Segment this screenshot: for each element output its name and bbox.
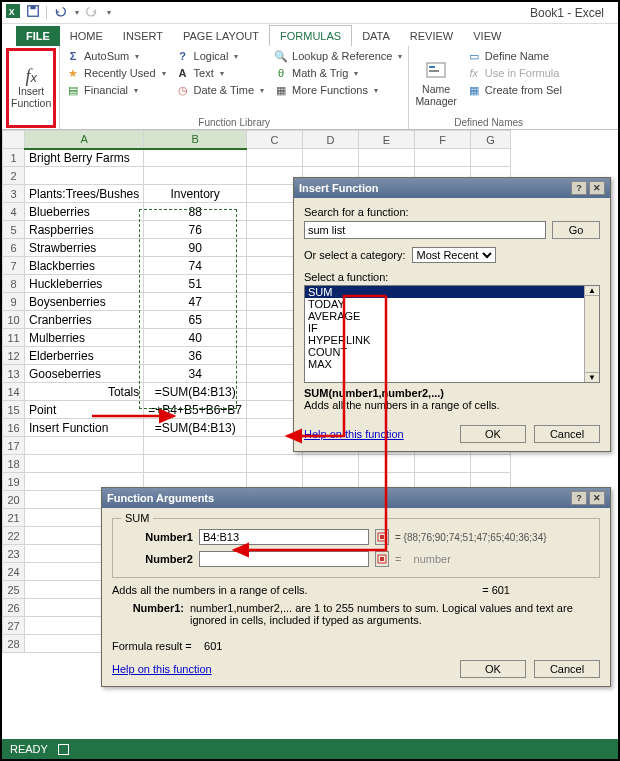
row-header-11[interactable]: 11 — [3, 329, 25, 347]
row-header-16[interactable]: 16 — [3, 419, 25, 437]
cell-A17[interactable] — [25, 437, 144, 455]
help-icon[interactable]: ? — [571, 181, 587, 195]
row-header-4[interactable]: 4 — [3, 203, 25, 221]
function-list-item[interactable]: COUNT — [305, 346, 599, 358]
help-icon[interactable]: ? — [571, 491, 587, 505]
cell-B16[interactable]: =SUM(B4:B13) — [144, 419, 247, 437]
logical-button[interactable]: ?Logical▾ — [174, 48, 267, 64]
tab-file[interactable]: FILE — [16, 26, 60, 46]
row-header-27[interactable]: 27 — [3, 617, 25, 635]
scroll-down-icon[interactable]: ▼ — [585, 372, 599, 382]
cell-A13[interactable]: Gooseberries — [25, 365, 144, 383]
function-list-item[interactable]: IF — [305, 322, 599, 334]
category-select[interactable]: Most Recently Used — [412, 247, 496, 263]
col-header-D[interactable]: D — [303, 131, 359, 149]
undo-dropdown-icon[interactable]: ▾ — [75, 8, 79, 17]
more-functions-button[interactable]: ▦More Functions▾ — [272, 82, 404, 98]
cell-B2[interactable] — [144, 167, 247, 185]
row-header-12[interactable]: 12 — [3, 347, 25, 365]
tab-formulas[interactable]: FORMULAS — [269, 25, 352, 46]
cell-B3[interactable]: Inventory — [144, 185, 247, 203]
search-input[interactable] — [304, 221, 546, 239]
row-header-25[interactable]: 25 — [3, 581, 25, 599]
undo-icon[interactable] — [53, 4, 67, 22]
recently-used-button[interactable]: ★Recently Used▾ — [64, 65, 168, 81]
close-icon[interactable]: ✕ — [589, 491, 605, 505]
col-header-G[interactable]: G — [471, 131, 511, 149]
row-header-26[interactable]: 26 — [3, 599, 25, 617]
cell-A5[interactable]: Raspberries — [25, 221, 144, 239]
help-link[interactable]: Help on this function — [304, 428, 404, 440]
cell-B15[interactable]: =+B4+B5+B6+B7 — [144, 401, 247, 419]
cell-A16[interactable]: Insert Function — [25, 419, 144, 437]
function-listbox[interactable]: SUMTODAYAVERAGEIFHYPERLINKCOUNTMAX ▲ ▼ — [304, 285, 600, 383]
tab-data[interactable]: DATA — [352, 26, 400, 46]
cell-B10[interactable]: 65 — [144, 311, 247, 329]
cell-B1[interactable] — [144, 149, 247, 167]
row-header-22[interactable]: 22 — [3, 527, 25, 545]
cell-E1[interactable] — [359, 149, 415, 167]
col-header-A[interactable]: A — [25, 131, 144, 149]
use-in-formula-button[interactable]: fxUse in Formula — [465, 65, 564, 81]
ok-button[interactable]: OK — [460, 425, 526, 443]
row-header-3[interactable]: 3 — [3, 185, 25, 203]
cell-E18[interactable] — [359, 455, 415, 473]
tab-insert[interactable]: INSERT — [113, 26, 173, 46]
cell-B18[interactable] — [144, 455, 247, 473]
cell-C18[interactable] — [247, 455, 303, 473]
dialog-titlebar[interactable]: Function Arguments ? ✕ — [102, 488, 610, 508]
go-button[interactable]: Go — [552, 221, 600, 239]
function-list-item[interactable]: MAX — [305, 358, 599, 370]
text-button[interactable]: AText▾ — [174, 65, 267, 81]
range-picker-icon[interactable] — [375, 551, 389, 567]
cell-B13[interactable]: 34 — [144, 365, 247, 383]
cell-B7[interactable]: 74 — [144, 257, 247, 275]
cell-A1[interactable]: Bright Berry Farms — [25, 149, 144, 167]
define-name-button[interactable]: ▭Define Name — [465, 48, 564, 64]
help-link[interactable]: Help on this function — [112, 663, 212, 675]
number1-input[interactable] — [199, 529, 369, 545]
cancel-button[interactable]: Cancel — [534, 660, 600, 678]
cell-A3[interactable]: Plants:Trees/Bushes — [25, 185, 144, 203]
cell-B5[interactable]: 76 — [144, 221, 247, 239]
tab-home[interactable]: HOME — [60, 26, 113, 46]
row-header-15[interactable]: 15 — [3, 401, 25, 419]
name-manager-button[interactable]: Name Manager — [413, 48, 458, 117]
row-header-28[interactable]: 28 — [3, 635, 25, 653]
cell-B11[interactable]: 40 — [144, 329, 247, 347]
col-header-B[interactable]: B — [144, 131, 247, 149]
cell-F1[interactable] — [415, 149, 471, 167]
row-header-10[interactable]: 10 — [3, 311, 25, 329]
row-header-14[interactable]: 14 — [3, 383, 25, 401]
cell-A6[interactable]: Strawberries — [25, 239, 144, 257]
function-list-item[interactable]: AVERAGE — [305, 310, 599, 322]
col-header-F[interactable]: F — [415, 131, 471, 149]
row-header-5[interactable]: 5 — [3, 221, 25, 239]
math-trig-button[interactable]: θMath & Trig▾ — [272, 65, 404, 81]
cell-A8[interactable]: Huckleberries — [25, 275, 144, 293]
cell-G1[interactable] — [471, 149, 511, 167]
tab-review[interactable]: REVIEW — [400, 26, 463, 46]
create-from-sel-button[interactable]: ▦Create from Sel — [465, 82, 564, 98]
function-list-item[interactable]: SUM — [305, 286, 599, 298]
row-header-6[interactable]: 6 — [3, 239, 25, 257]
cell-B4[interactable]: 88 — [144, 203, 247, 221]
tab-page-layout[interactable]: PAGE LAYOUT — [173, 26, 269, 46]
cell-B12[interactable]: 36 — [144, 347, 247, 365]
scrollbar[interactable]: ▲ ▼ — [584, 286, 599, 382]
cell-A14[interactable]: Totals — [25, 383, 144, 401]
row-header-1[interactable]: 1 — [3, 149, 25, 167]
cell-F18[interactable] — [415, 455, 471, 473]
autosum-button[interactable]: ΣAutoSum▾ — [64, 48, 168, 64]
function-list-item[interactable]: TODAY — [305, 298, 599, 310]
macro-record-icon[interactable] — [58, 744, 69, 755]
redo-icon[interactable] — [85, 4, 99, 22]
ok-button[interactable]: OK — [460, 660, 526, 678]
row-header-23[interactable]: 23 — [3, 545, 25, 563]
row-header-13[interactable]: 13 — [3, 365, 25, 383]
qat-customize-icon[interactable]: ▾ — [107, 8, 111, 17]
cell-A11[interactable]: Mulberries — [25, 329, 144, 347]
save-icon[interactable] — [26, 4, 40, 22]
lookup-button[interactable]: 🔍Lookup & Reference▾ — [272, 48, 404, 64]
date-time-button[interactable]: ◷Date & Time▾ — [174, 82, 267, 98]
